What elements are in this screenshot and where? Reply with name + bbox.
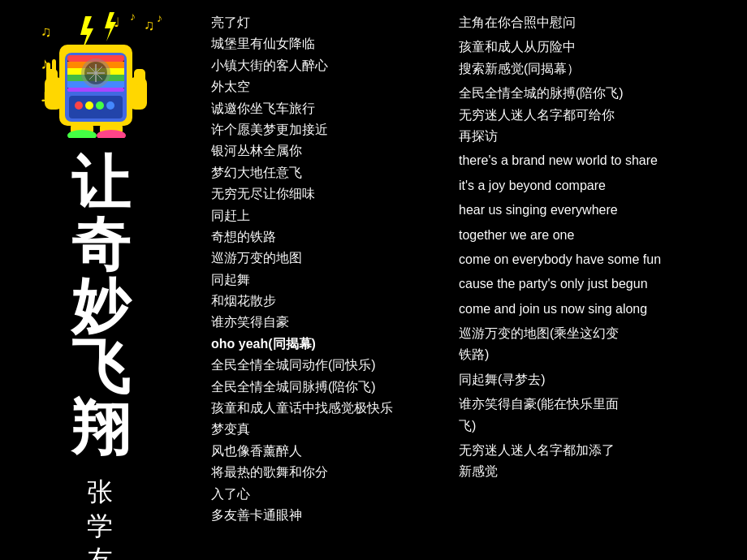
lyric-line: 巡游万变的地图 bbox=[211, 248, 438, 269]
lyric-line: 谁亦笑得自豪(能在快乐里面 飞) bbox=[459, 394, 735, 437]
lyric-line: 全民全情全城的脉搏(陪你飞)无穷迷人迷人名字都可给你再探访 bbox=[459, 83, 735, 147]
lyric-line: 亮了灯 bbox=[211, 12, 438, 33]
lyric-line: 银河丛林全属你 bbox=[211, 140, 438, 162]
lyric-line: come on everybody have some fun bbox=[459, 249, 735, 270]
lyric-line: together we are one bbox=[459, 225, 735, 246]
song-title: 让奇妙飞翔 bbox=[71, 153, 132, 459]
lyric-line: 巡游万变的地图(乘坐这幻变铁路) bbox=[459, 323, 735, 366]
lyric-line: 多友善卡通眼神 bbox=[211, 505, 438, 526]
lyric-line: 入了心 bbox=[211, 484, 438, 505]
lyric-line: 和烟花散步 bbox=[211, 291, 438, 312]
svg-text:♪: ♪ bbox=[130, 12, 136, 23]
lyric-line: 全民全情全城同脉搏(陪你飞) bbox=[211, 377, 438, 398]
svg-point-33 bbox=[96, 101, 104, 110]
lyric-line: 城堡里有仙女降临 bbox=[211, 33, 438, 54]
lyric-line: there's a brand new world to share bbox=[459, 150, 735, 171]
lyric-line: 孩童和成人童话中找感觉极快乐 bbox=[211, 398, 438, 419]
svg-text:♫: ♫ bbox=[144, 17, 155, 33]
svg-rect-26 bbox=[46, 62, 50, 74]
lyric-line: 全民全情全城同动作(同快乐) bbox=[211, 355, 438, 376]
lyric-line: 小镇大街的客人醉心 bbox=[211, 55, 438, 76]
svg-rect-17 bbox=[67, 88, 124, 92]
lyric-line: 风也像香薰醉人 bbox=[211, 441, 438, 462]
svg-point-34 bbox=[106, 101, 114, 110]
svg-text:♪: ♪ bbox=[157, 12, 162, 24]
lyric-line: come and join us now sing along bbox=[459, 299, 735, 320]
lyric-line: 同赶上 bbox=[211, 205, 438, 226]
lyric-line: 孩童和成人从历险中搜索新感觉(同揭幕） bbox=[459, 37, 735, 80]
right-lyrics-panel: 主角在你合照中慰问孩童和成人从历险中搜索新感觉(同揭幕）全民全情全城的脉搏(陪你… bbox=[447, 8, 739, 552]
svg-rect-29 bbox=[134, 69, 145, 85]
lyric-line: 同起舞(寻梦去) bbox=[459, 369, 735, 390]
lyric-line: oho yeah(同揭幕) bbox=[211, 334, 438, 355]
lyric-line: 梦变真 bbox=[211, 419, 438, 440]
svg-rect-27 bbox=[52, 59, 56, 74]
svg-point-32 bbox=[85, 101, 93, 110]
lyric-line: 许个愿美梦更加接近 bbox=[211, 119, 438, 140]
lyric-line: 谁亦笑得自豪 bbox=[211, 312, 438, 333]
lyric-line: 主角在你合照中慰问 bbox=[459, 12, 735, 33]
lyric-line: 外太空 bbox=[211, 76, 438, 97]
song-illustration: ♩ ♪ ♫ ♪ ♫ ♪ ♩ bbox=[37, 12, 166, 138]
svg-point-31 bbox=[75, 101, 83, 110]
lyric-line: it's a joy beyond compare bbox=[459, 175, 735, 196]
lyric-line: 无穷迷人迷人名字都加添了新感觉 bbox=[459, 440, 735, 483]
lyric-line: 奇想的铁路 bbox=[211, 226, 438, 248]
lyric-line: 诚邀你坐飞车旅行 bbox=[211, 98, 438, 119]
lyric-line: 梦幻大地任意飞 bbox=[211, 162, 438, 183]
middle-lyrics-panel: 亮了灯城堡里有仙女降临小镇大街的客人醉心外太空诚邀你坐飞车旅行许个愿美梦更加接近… bbox=[195, 8, 447, 552]
lyric-line: cause the party's only just begun bbox=[459, 274, 735, 295]
lyric-line: 无穷无尽让你细味 bbox=[211, 183, 438, 205]
left-panel: ♩ ♪ ♫ ♪ ♫ ♪ ♩ bbox=[8, 8, 195, 552]
lyric-line: hear us singing everywhere bbox=[459, 200, 735, 221]
lyric-line: 同起舞 bbox=[211, 269, 438, 291]
svg-text:♫: ♫ bbox=[41, 24, 52, 40]
artist-name: 张学友 bbox=[87, 476, 116, 560]
lyric-line: 将最热的歌舞和你分 bbox=[211, 462, 438, 483]
